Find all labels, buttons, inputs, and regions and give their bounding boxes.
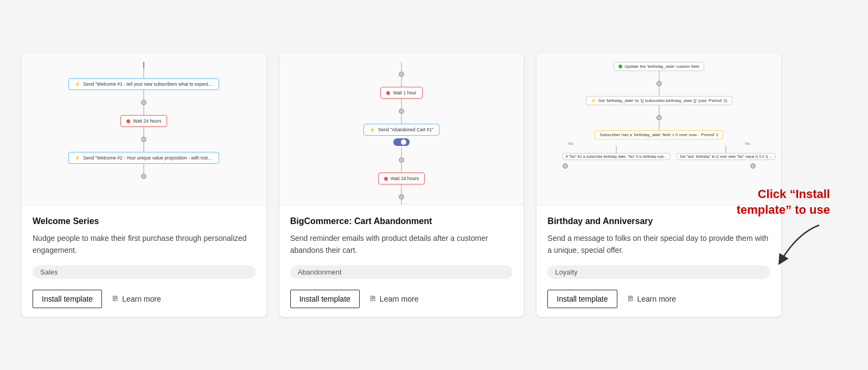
flow-node-wait1: Wait 24 hours (120, 115, 167, 127)
card-title-1: Welcome Series (33, 216, 256, 227)
lightning-icon: ⚡ (74, 155, 80, 161)
card-actions-2: Install template 🖹 Learn more (290, 290, 513, 308)
cards-wrapper: ⚡ Send "Welcome #1 - tell your new subsc… (22, 53, 846, 316)
flow-dot (399, 72, 404, 77)
flow-line (401, 62, 402, 72)
learn-icon-3: 🖹 (627, 295, 634, 303)
card-body-1: Welcome Series Nudge people to make thei… (22, 205, 266, 316)
learn-icon-2: 🖹 (369, 295, 376, 303)
annotation-text: Click “Install template” to use (732, 187, 830, 218)
flow-line (725, 145, 726, 153)
flow-line (143, 68, 144, 78)
card-birthday-anniversary: Update the 'birthday_date' custom field … (537, 53, 781, 316)
flow-line (143, 105, 144, 115)
flow-node-wait-24h: Wait 24 hours (378, 173, 425, 184)
flow-branch-right: Set "last_birthday" to {{ over view "No"… (676, 145, 775, 160)
flow-node-branch1: If "No" it's a subscribe birthday date, … (563, 153, 670, 160)
flow-dot (141, 137, 146, 142)
flow-node-branch2: Set "last_birthday" to {{ over view "No"… (676, 153, 775, 160)
card-preview-3: Update the 'birthday_date' custom field … (537, 53, 781, 205)
flow-node-send2: ⚡ Send "Welcome #2 - Your unique value p… (68, 152, 219, 164)
flow-line (401, 148, 402, 157)
flow-line (659, 71, 660, 81)
flow-line (143, 90, 144, 100)
flow-line (143, 142, 144, 152)
flow-dot (399, 109, 404, 114)
flow-line (659, 86, 660, 96)
card-description-1: Nudge people to make their first purchas… (33, 233, 256, 256)
flow-diagram-2: Wait 1 hour ⚡ Send "Abandoned Cart #1" (288, 62, 515, 205)
learn-more-button-2[interactable]: 🖹 Learn more (369, 295, 419, 303)
card-bigcommerce: Wait 1 hour ⚡ Send "Abandoned Cart #1" (279, 53, 524, 316)
dot-green-icon (618, 65, 622, 68)
arrow-svg (765, 222, 830, 266)
flow-line (401, 163, 402, 173)
card-body-2: BigCommerce: Cart Abandonment Send remin… (279, 205, 524, 316)
flow-dot (399, 157, 404, 163)
flow-branch: If "No" it's a subscribe birthday date, … (563, 145, 756, 160)
flow-node-send-cart1: ⚡ Send "Abandoned Cart #1" (363, 124, 439, 136)
install-template-button-2[interactable]: Install template (290, 290, 360, 308)
install-template-button-3[interactable]: Install template (547, 290, 617, 308)
annotation-arrow (765, 222, 830, 268)
flow-start-line (143, 62, 144, 68)
flow-node-wait-1hour: Wait 1 hour (380, 87, 422, 99)
flow-node-condition: Subscriber has a 'birthday_date' field >… (595, 130, 723, 139)
flow-branch-left: If "No" it's a subscribe birthday date, … (563, 145, 670, 160)
card-tag-1: Sales (33, 265, 256, 279)
lightning-icon: ⚡ (591, 98, 596, 103)
flow-line (143, 164, 144, 174)
card-tag-2: Abandonment (290, 265, 513, 279)
flow-line (401, 184, 402, 194)
flow-node-send1: ⚡ Send "Welcome #1 - tell your new subsc… (68, 78, 219, 90)
card-title-2: BigCommerce: Cart Abandonment (290, 216, 513, 227)
flow-dot (656, 81, 662, 86)
toggle-switch[interactable] (393, 138, 410, 146)
card-actions-3: Install template 🖹 Learn more (547, 290, 770, 308)
flow-dot (141, 100, 146, 105)
lightning-icon: ⚡ (369, 127, 375, 132)
flow-node-set-date: ⚡ Set 'birthday_date' to '{{ subscriber.… (586, 96, 732, 105)
card-actions-1: Install template 🖹 Learn more (33, 290, 256, 308)
flow-diagram-3: Update the 'birthday_date' custom field … (545, 62, 773, 169)
flow-line (616, 145, 617, 153)
flow-dot (141, 174, 146, 179)
learn-more-button-3[interactable]: 🖹 Learn more (627, 295, 676, 303)
flow-node-update: Update the 'birthday_date' custom field (614, 62, 704, 71)
flow-dot (750, 163, 756, 169)
card-description-2: Send reminder emails with product detail… (290, 233, 513, 256)
learn-more-button-1[interactable]: 🖹 Learn more (112, 295, 161, 303)
flow-line (143, 127, 144, 137)
flow-diagram-1: ⚡ Send "Welcome #1 - tell your new subsc… (30, 62, 258, 179)
flow-line (401, 99, 402, 109)
flow-dot (563, 163, 568, 169)
install-template-button-1[interactable]: Install template (33, 290, 102, 308)
learn-icon-1: 🖹 (112, 295, 119, 303)
flow-dot (399, 194, 404, 200)
flow-toggle (393, 137, 410, 146)
flow-line (401, 77, 402, 87)
card-welcome-series: ⚡ Send "Welcome #1 - tell your new subsc… (22, 53, 266, 316)
flow-line (401, 200, 402, 205)
flow-line (659, 105, 660, 115)
branch-labels: No No (568, 142, 750, 145)
flow-line (401, 114, 402, 124)
dot-red-icon (386, 91, 390, 95)
toggle-dot (401, 139, 406, 145)
bottom-dots (563, 163, 756, 169)
card-preview-2: Wait 1 hour ⚡ Send "Abandoned Cart #1" (279, 53, 524, 205)
dot-red-icon (126, 119, 130, 123)
cards-container: ⚡ Send "Welcome #1 - tell your new subsc… (22, 53, 781, 316)
flow-line (659, 120, 660, 130)
annotation: Click “Install template” to use (732, 187, 830, 267)
flow-dot (656, 115, 662, 120)
card-preview-1: ⚡ Send "Welcome #1 - tell your new subsc… (22, 53, 266, 205)
dot-red-icon (384, 177, 388, 181)
lightning-icon: ⚡ (74, 81, 80, 87)
